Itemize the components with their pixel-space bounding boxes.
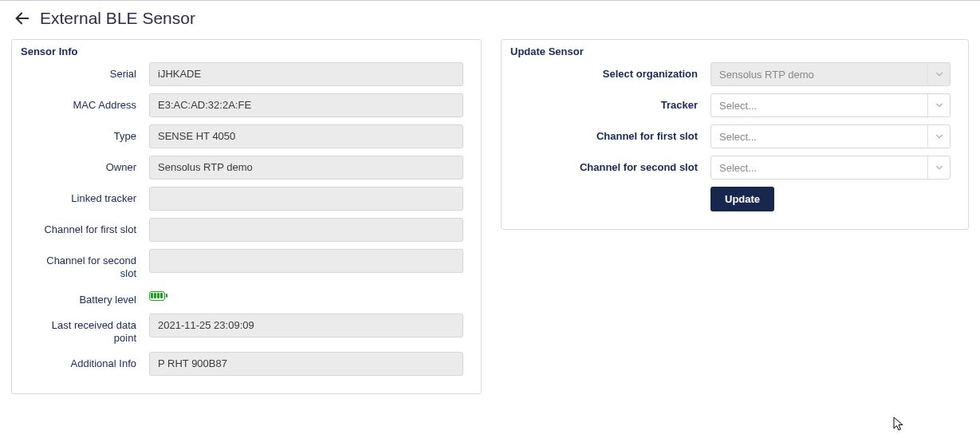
linked-tracker-value (149, 187, 463, 211)
last-data-label: Last received data point (30, 314, 149, 345)
chevron-down-icon (927, 125, 950, 148)
sensor-info-panel: Sensor Info Serial iJHKADE MAC Address E… (11, 39, 482, 394)
owner-value: Sensolus RTP demo (149, 156, 463, 180)
form-row-battery: Battery level (30, 288, 463, 306)
linked-tracker-label: Linked tracker (30, 187, 149, 205)
chevron-down-icon (927, 156, 950, 179)
ch2-value (149, 249, 463, 273)
form-row-update-ch2: Channel for second slot Select... (519, 156, 950, 180)
page-header: External BLE Sensor (0, 1, 980, 39)
ch1-select-placeholder: Select... (711, 127, 927, 147)
update-sensor-title: Update Sensor (501, 39, 593, 67)
type-value: SENSE HT 4050 (149, 124, 463, 148)
form-row-owner: Owner Sensolus RTP demo (30, 156, 463, 180)
back-arrow-icon[interactable] (13, 9, 32, 28)
tracker-select-placeholder: Select... (711, 96, 927, 116)
additional-label: Additional Info (30, 352, 149, 370)
form-row-additional: Additional Info P RHT 900B87 (30, 352, 463, 376)
ch1-select[interactable]: Select... (710, 124, 950, 148)
ch2-label: Channel for second slot (30, 249, 149, 281)
tracker-select[interactable]: Select... (710, 93, 950, 117)
ch2-select[interactable]: Select... (710, 156, 950, 180)
org-select-value: Sensolus RTP demo (711, 65, 927, 85)
form-row-ch2: Channel for second slot (30, 249, 463, 281)
sensor-info-title: Sensor Info (11, 39, 88, 67)
battery-full-icon (149, 291, 165, 301)
tracker-label: Tracker (519, 93, 710, 112)
update-ch2-label: Channel for second slot (519, 156, 710, 174)
battery-label: Battery level (30, 288, 149, 306)
chevron-down-icon (927, 94, 950, 116)
ch1-label: Channel for first slot (30, 218, 149, 236)
mac-value: E3:AC:AD:32:2A:FE (149, 93, 463, 117)
update-button[interactable]: Update (710, 187, 774, 211)
form-row-serial: Serial iJHKADE (30, 62, 463, 86)
form-row-last-data: Last received data point 2021-11-25 23:0… (30, 314, 463, 345)
form-row-tracker: Tracker Select... (519, 93, 950, 117)
ch2-select-placeholder: Select... (711, 158, 927, 178)
form-row-update-ch1: Channel for first slot Select... (519, 124, 950, 148)
last-data-value: 2021-11-25 23:09:09 (149, 314, 463, 337)
update-ch1-label: Channel for first slot (519, 124, 710, 143)
ch1-value (149, 218, 463, 242)
form-row-ch1: Channel for first slot (30, 218, 463, 242)
page-title: External BLE Sensor (40, 9, 195, 28)
org-select: Sensolus RTP demo (710, 62, 950, 86)
mac-label: MAC Address (30, 93, 149, 112)
update-sensor-panel: Update Sensor Select organization Sensol… (501, 39, 969, 230)
type-label: Type (30, 124, 149, 143)
owner-label: Owner (30, 156, 149, 174)
form-row-type: Type SENSE HT 4050 (30, 124, 463, 148)
form-row-mac: MAC Address E3:AC:AD:32:2A:FE (30, 93, 463, 117)
serial-value: iJHKADE (149, 62, 463, 86)
additional-value: P RHT 900B87 (149, 352, 463, 376)
form-row-linked-tracker: Linked tracker (30, 187, 463, 211)
chevron-down-icon (927, 63, 950, 85)
